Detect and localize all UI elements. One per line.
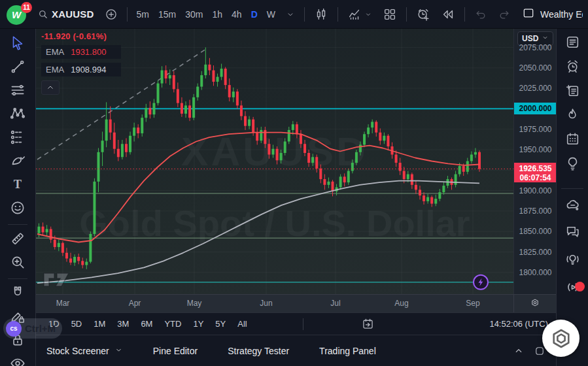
brush-icon [9,152,26,172]
publish-square-icon [522,7,535,22]
timeframe-D[interactable]: D [247,4,262,25]
undo-button[interactable] [470,4,492,25]
candle [42,227,44,233]
footer-bar: 1D5D1M3M6MYTD1Y5YAll 14:52:06 (UTC) [36,312,556,335]
price-axis[interactable]: USD 2075.0002050.0002025.0001975.0001950… [513,29,556,312]
hide-all-tool[interactable] [5,353,30,366]
candle [371,122,373,127]
ruler-tool[interactable] [5,228,30,252]
range-6m[interactable]: 6M [135,316,158,332]
hotlists-button[interactable] [561,104,584,127]
chatgpt-assistant-bubble[interactable] [542,320,579,357]
time-axis[interactable]: MarAprMayJunJulAugSep [36,294,513,312]
range-3m[interactable]: 3M [111,316,135,332]
create-alert-button[interactable] [411,4,435,25]
indicators-button[interactable] [343,4,377,25]
price-tick: 1900.000 [514,186,557,196]
tab-strategy-tester[interactable]: Strategy Tester [228,346,289,356]
ema-slow-line[interactable] [37,181,479,284]
screen-recorder-shortcut-overlay: cs Ctrl+M [3,318,62,339]
projection-tool[interactable] [5,127,30,150]
range-ytd[interactable]: YTD [158,316,187,332]
range-5d[interactable]: 5D [65,316,88,332]
go-to-date-button[interactable] [361,317,375,331]
candle [411,175,413,185]
price-change-label: -11.920 (-0.61%) [41,31,121,41]
trend-line-tool[interactable] [5,56,30,80]
compare-add-symbol-button[interactable] [100,4,122,25]
candle [271,149,274,155]
chat-button[interactable] [561,220,584,244]
timeframe-5m[interactable]: 5m [132,4,154,25]
candle [240,105,243,116]
text-tool[interactable]: T [5,174,30,197]
timeframe-menu-button[interactable] [281,4,300,25]
candle [58,243,60,247]
collapse-panel-button[interactable] [513,345,525,357]
publish-account-button[interactable]: Wealthy Educ... [522,7,583,22]
timeframe-30m[interactable]: 30m [181,4,207,25]
journal-button[interactable] [561,80,584,103]
range-all[interactable]: All [232,316,252,332]
layout-templates-button[interactable] [378,4,402,25]
candle [311,157,314,163]
svg-text:T: T [14,178,22,191]
zoom-in-tool[interactable] [5,252,30,275]
drawing-toolbar: T [0,29,36,366]
watchlist-button[interactable] [561,31,584,55]
candle [375,122,377,132]
live-ideas-button[interactable] [561,248,584,272]
brush-tool[interactable] [5,150,30,174]
range-1y[interactable]: 1Y [187,316,209,332]
tradingview-logo-watermark [43,269,71,289]
legend-collapse-button[interactable] [41,80,60,95]
axis-settings-corner[interactable] [513,294,556,312]
alert-level-label[interactable]: 2000.000 [514,103,557,114]
candle [415,185,417,190]
last-price-axis-label: 1926.53506:07:54 [514,163,557,182]
economic-calendar-button[interactable] [561,128,584,152]
timeframe-W[interactable]: W [262,4,280,25]
xabcd-pattern-tool[interactable] [5,103,30,127]
app-logo[interactable]: W 11 [5,3,31,26]
ruler-icon [9,230,26,250]
month-tick-apr: Apr [129,299,141,308]
bar-replay-button[interactable] [436,4,460,25]
timeframe-15m[interactable]: 15m [154,4,181,25]
alerts-button[interactable] [561,56,584,79]
symbol-search-button[interactable]: XAUUSD [33,4,99,25]
horizontal-lines-tool[interactable] [5,80,30,103]
redo-button[interactable] [493,4,515,25]
ema-fast-row[interactable]: EMA 1931.800 [41,45,121,59]
chart-style-button[interactable] [309,4,333,25]
range-5y[interactable]: 5Y [209,316,232,332]
candle [256,133,258,141]
tab-label: Strategy Tester [228,346,289,356]
ema-slow-value: 1908.994 [71,65,106,75]
tab-trading-panel[interactable]: Trading Panel [319,346,376,356]
timeframe-1h[interactable]: 1h [207,4,227,25]
emoji-tool[interactable] [5,197,30,221]
tab-label: Trading Panel [319,346,376,356]
top-toolbar: W 11 XAUUSD 5m15m30m1h4hDW Wealthy Educ.… [0,0,588,29]
cursor-tool[interactable] [5,33,30,56]
ema-slow-row[interactable]: EMA 1908.994 [41,63,121,76]
tab-pine-editor[interactable]: Pine Editor [153,346,198,356]
range-1m[interactable]: 1M [88,316,111,332]
toolbar-separator [304,7,305,22]
utc-clock[interactable]: 14:52:06 (UTC) [489,319,549,329]
tab-stock-screener[interactable]: Stock Screener [46,346,123,356]
ema-fast-value: 1931.800 [71,47,106,57]
magnet-tool[interactable] [5,282,30,306]
candle [288,130,290,142]
chart-canvas[interactable]: XAUUSD Gold Spot / U.S. Dollar -11.920 (… [36,29,513,294]
candle [85,262,88,265]
candle [248,120,251,126]
candle [323,179,326,185]
toolbar-divider [8,278,27,279]
candle [54,240,56,247]
ideas-button[interactable] [561,153,584,176]
timeframe-4h[interactable]: 4h [227,4,247,25]
minds-button[interactable] [561,194,584,218]
candle [97,152,100,182]
